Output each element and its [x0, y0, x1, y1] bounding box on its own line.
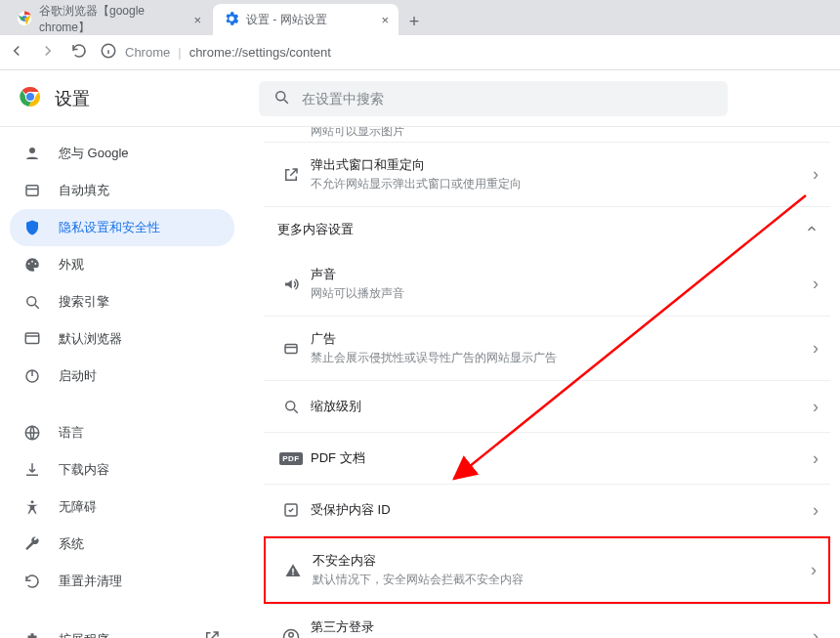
chevron-right-icon: › — [813, 500, 819, 521]
chevron-right-icon: › — [813, 397, 819, 417]
shield-icon — [23, 219, 41, 236]
sidebar-item-label: 外观 — [59, 256, 84, 274]
tab-inactive[interactable]: 谷歌浏览器【google chrome】 × — [6, 4, 211, 35]
sidebar: 您与 Google 自动填充 隐私设置和安全性 外观 搜索引擎 默认浏览器 启动… — [0, 127, 244, 638]
chevron-right-icon: › — [811, 560, 817, 580]
sidebar-item-appearance[interactable]: 外观 — [10, 246, 234, 283]
sidebar-item-startup[interactable]: 启动时 — [10, 358, 234, 395]
row-protected-content[interactable]: 受保护内容 ID › — [264, 485, 830, 535]
power-icon — [23, 367, 41, 385]
svg-line-9 — [284, 100, 288, 104]
sidebar-item-search[interactable]: 搜索引擎 — [10, 283, 234, 320]
tab-strip: 谷歌浏览器【google chrome】 × 设置 - 网站设置 × + — [0, 0, 840, 35]
palette-icon — [23, 256, 41, 274]
sidebar-item-autofill[interactable]: 自动填充 — [10, 172, 234, 209]
search-icon — [273, 88, 290, 108]
sidebar-item-default-browser[interactable]: 默认浏览器 — [10, 320, 234, 358]
svg-point-10 — [29, 148, 35, 153]
extension-icon — [23, 631, 41, 639]
reload-icon[interactable] — [70, 42, 88, 63]
svg-point-28 — [286, 402, 295, 410]
svg-point-33 — [289, 632, 294, 637]
gear-icon — [223, 10, 240, 30]
reset-icon — [23, 573, 41, 590]
addr-path: chrome://settings/content — [189, 45, 331, 60]
chevron-right-icon: › — [813, 164, 819, 185]
svg-rect-26 — [285, 344, 297, 353]
svg-rect-32 — [292, 574, 294, 575]
sidebar-item-label: 搜索引擎 — [59, 293, 109, 311]
svg-point-15 — [34, 263, 36, 265]
sidebar-item-system[interactable]: 系统 — [10, 526, 234, 563]
svg-line-29 — [294, 409, 298, 413]
new-tab-button[interactable]: + — [400, 8, 428, 35]
svg-rect-11 — [26, 186, 38, 196]
main-panel: 网站可以显示图片 弹出式窗口和重定向 不允许网站显示弹出式窗口或使用重定向 › … — [244, 127, 840, 638]
sidebar-item-languages[interactable]: 语言 — [10, 414, 234, 451]
sidebar-item-label: 自动填充 — [59, 182, 109, 199]
accessibility-icon — [23, 498, 41, 516]
protected-icon — [272, 501, 311, 519]
chrome-favicon — [16, 10, 33, 30]
close-icon[interactable]: × — [193, 13, 201, 27]
sidebar-item-you-and-google[interactable]: 您与 Google — [10, 135, 234, 172]
open-in-new-icon — [272, 166, 311, 184]
addr-host: Chrome — [125, 45, 170, 60]
zoom-icon — [272, 398, 311, 415]
pdf-icon: PDF — [272, 452, 311, 465]
row-insecure-content[interactable]: 不安全内容 默认情况下，安全网站会拦截不安全内容 › — [264, 536, 830, 604]
account-icon — [272, 628, 311, 639]
chevron-right-icon: › — [813, 274, 819, 294]
forward-icon[interactable] — [39, 42, 57, 63]
download-icon — [23, 461, 41, 479]
globe-icon — [23, 424, 41, 442]
tab-title: 谷歌浏览器【google chrome】 — [39, 3, 188, 36]
svg-point-23 — [31, 500, 34, 503]
sidebar-item-privacy[interactable]: 隐私设置和安全性 — [10, 209, 234, 246]
svg-rect-18 — [25, 333, 39, 344]
sidebar-item-accessibility[interactable]: 无障碍 — [10, 489, 234, 526]
chevron-right-icon: › — [813, 626, 819, 638]
sidebar-item-label: 默认浏览器 — [59, 330, 122, 348]
address-bar[interactable]: Chrome | chrome://settings/content — [100, 42, 331, 63]
close-icon[interactable]: × — [381, 13, 389, 27]
chevron-up-icon — [805, 222, 819, 238]
site-info-icon[interactable] — [100, 42, 117, 63]
row-more-content[interactable]: 更多内容设置 — [264, 207, 830, 252]
autofill-icon — [23, 182, 41, 199]
browser-toolbar: Chrome | chrome://settings/content — [0, 35, 840, 70]
chrome-logo-icon — [20, 86, 41, 110]
row-pdf[interactable]: PDF PDF 文档 › — [264, 433, 830, 484]
svg-point-13 — [28, 263, 30, 265]
settings-search[interactable] — [259, 81, 728, 116]
sidebar-item-label: 隐私设置和安全性 — [59, 219, 160, 236]
browser-icon — [23, 330, 41, 348]
sidebar-item-extensions[interactable]: 扩展程序 — [10, 619, 234, 638]
ads-icon — [272, 340, 311, 358]
sidebar-item-reset[interactable]: 重置并清理 — [10, 563, 234, 600]
cut-row-images: 网站可以显示图片 — [264, 127, 830, 143]
volume-icon — [272, 276, 311, 293]
row-zoom[interactable]: 缩放级别 › — [264, 381, 830, 432]
wrench-icon — [23, 535, 41, 553]
search-input[interactable] — [302, 91, 714, 106]
svg-point-8 — [276, 92, 285, 101]
svg-point-14 — [31, 261, 33, 263]
row-ads[interactable]: 广告 禁止会展示侵扰性或误导性广告的网站显示广告 › — [264, 317, 830, 380]
back-icon[interactable] — [8, 42, 25, 63]
row-third-party-signin[interactable]: 第三方登录 网站可以显示来自身份服务的登录提示 › — [264, 605, 830, 638]
tab-title: 设置 - 网站设置 — [246, 12, 327, 28]
svg-point-16 — [27, 297, 36, 306]
person-icon — [23, 145, 41, 162]
svg-line-17 — [35, 305, 39, 309]
sidebar-item-downloads[interactable]: 下载内容 — [10, 451, 234, 489]
chevron-right-icon: › — [813, 338, 819, 359]
chevron-right-icon: › — [813, 448, 819, 469]
row-popups[interactable]: 弹出式窗口和重定向 不允许网站显示弹出式窗口或使用重定向 › — [264, 143, 830, 206]
sidebar-item-label: 您与 Google — [59, 145, 129, 162]
tab-active[interactable]: 设置 - 网站设置 × — [213, 4, 399, 35]
open-in-new-icon — [203, 629, 221, 638]
svg-rect-31 — [292, 568, 294, 573]
row-sound[interactable]: 声音 网站可以播放声音 › — [264, 252, 830, 316]
app-header: 设置 — [0, 70, 840, 127]
